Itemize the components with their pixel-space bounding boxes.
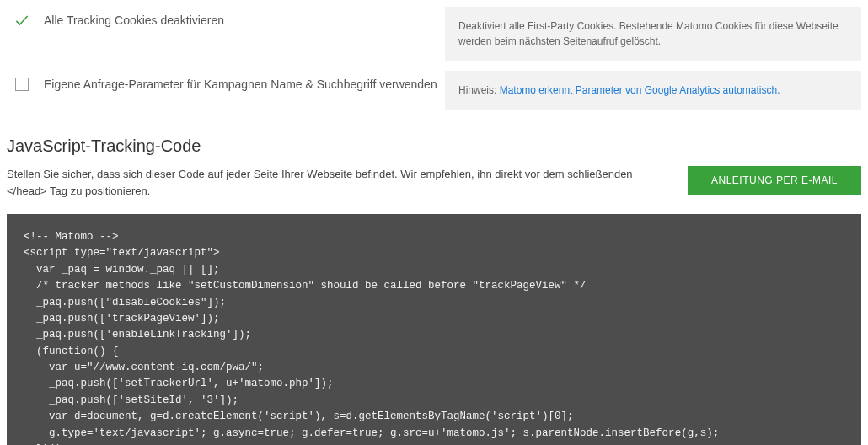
option-info-box: Deaktiviert alle First-Party Cookies. Be… [445, 7, 861, 61]
option-left[interactable]: Alle Tracking Cookies deaktivieren [7, 7, 445, 29]
hint-prefix: Hinweis: [458, 84, 500, 96]
option-label: Alle Tracking Cookies deaktivieren [44, 13, 224, 27]
tracking-description: Stellen Sie sicher, dass sich dieser Cod… [7, 166, 671, 199]
checkmark-icon [13, 12, 30, 29]
option-disable-cookies: Alle Tracking Cookies deaktivieren Deakt… [7, 7, 861, 61]
hint-link[interactable]: Matomo erkennt Parameter von Google Anal… [500, 84, 780, 96]
option-left[interactable]: Eigene Anfrage-Parameter für Kampagnen N… [7, 71, 445, 93]
tracking-code-block[interactable]: <!-- Matomo --> <script type="text/javas… [7, 214, 861, 445]
tracking-description-row: Stellen Sie sicher, dass sich dieser Cod… [7, 166, 861, 199]
option-info-text: Deaktiviert alle First-Party Cookies. Be… [458, 20, 839, 47]
email-instructions-button[interactable]: ANLEITUNG PER E-MAIL [688, 166, 861, 195]
tracking-code-title: JavaScript-Tracking-Code [7, 137, 861, 156]
option-hint-box: Hinweis: Matomo erkennt Parameter von Go… [445, 71, 861, 110]
option-label: Eigene Anfrage-Parameter für Kampagnen N… [44, 78, 437, 91]
checkbox-icon[interactable] [13, 76, 30, 93]
option-custom-params: Eigene Anfrage-Parameter für Kampagnen N… [7, 71, 861, 110]
